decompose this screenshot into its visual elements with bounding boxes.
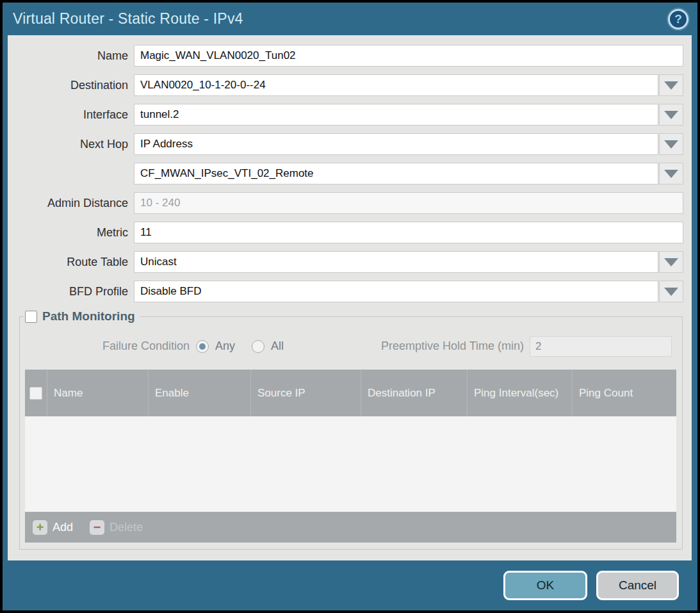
column-header-source-ip[interactable]: Source IP	[251, 370, 361, 416]
select-all-cell	[25, 370, 47, 416]
all-option-label: All	[271, 339, 284, 353]
column-header-ping-count[interactable]: Ping Count	[573, 370, 676, 416]
name-input[interactable]	[134, 45, 683, 67]
table-footer-bar: + Add − Delete	[25, 512, 676, 543]
any-option-label: Any	[215, 339, 235, 353]
bfd-profile-dropdown-button[interactable]	[659, 281, 683, 302]
failure-condition-options: Any All	[196, 339, 284, 353]
route-table-dropdown-button[interactable]	[659, 251, 683, 273]
static-route-dialog: Virtual Router - Static Route - IPv4 ? N…	[3, 3, 697, 610]
interface-input[interactable]	[134, 104, 658, 126]
next-hop-type-dropdown-button[interactable]	[659, 133, 683, 155]
chevron-down-icon	[664, 140, 678, 149]
name-label: Name	[8, 49, 134, 63]
next-hop-address-row	[8, 163, 683, 184]
table-header-row: Name Enable Source IP Destination IP Pin…	[25, 370, 676, 416]
destination-label: Destination	[8, 79, 134, 92]
interface-dropdown-button[interactable]	[659, 104, 683, 126]
chevron-down-icon	[664, 288, 678, 296]
bfd-profile-row: BFD Profile	[8, 281, 683, 302]
dialog-content: Name Destination Interface	[8, 35, 692, 560]
preemptive-hold-time-group: Preemptive Hold Time (min)	[381, 336, 672, 357]
delete-button[interactable]: − Delete	[90, 520, 143, 535]
path-monitoring-checkbox[interactable]	[25, 311, 37, 323]
route-table-label: Route Table	[8, 256, 134, 269]
failure-condition-all-option[interactable]: All	[252, 339, 284, 353]
next-hop-label: Next Hop	[8, 138, 134, 151]
column-header-destination-ip[interactable]: Destination IP	[361, 370, 468, 416]
metric-label: Metric	[8, 226, 134, 240]
next-hop-type-input[interactable]	[134, 133, 658, 155]
destination-row: Destination	[8, 74, 683, 96]
cancel-button[interactable]: Cancel	[596, 571, 679, 600]
failure-condition-label: Failure Condition	[20, 339, 196, 353]
next-hop-address-dropdown-button[interactable]	[659, 163, 683, 184]
chevron-down-icon	[664, 81, 678, 90]
select-all-checkbox[interactable]	[29, 387, 42, 400]
dialog-titlebar: Virtual Router - Static Route - IPv4 ?	[3, 3, 697, 35]
chevron-down-icon	[664, 258, 678, 266]
add-button-label: Add	[53, 521, 73, 534]
next-hop-row: Next Hop	[8, 133, 683, 155]
path-monitoring-title: Path Monitoring	[42, 309, 135, 323]
metric-row: Metric	[8, 222, 683, 243]
destination-dropdown-button[interactable]	[659, 74, 683, 96]
name-row: Name	[8, 45, 683, 67]
help-icon[interactable]: ?	[668, 9, 688, 29]
delete-button-label: Delete	[110, 521, 143, 534]
chevron-down-icon	[664, 111, 678, 119]
path-monitoring-section: Path Monitoring Failure Condition Any Al…	[19, 316, 683, 550]
admin-distance-input[interactable]	[134, 192, 683, 214]
route-table-row: Route Table	[8, 251, 683, 273]
path-monitoring-table: Name Enable Source IP Destination IP Pin…	[25, 370, 676, 543]
minus-icon: −	[90, 520, 104, 535]
column-header-enable[interactable]: Enable	[149, 370, 251, 416]
admin-distance-row: Admin Distance	[8, 192, 683, 214]
dialog-title: Virtual Router - Static Route - IPv4	[13, 10, 243, 28]
radio-selected-icon	[196, 340, 209, 353]
failure-condition-any-option[interactable]: Any	[196, 339, 235, 353]
preemptive-hold-time-label: Preemptive Hold Time (min)	[381, 339, 530, 353]
failure-condition-row: Failure Condition Any All Preemptive Hol…	[20, 336, 672, 357]
admin-distance-label: Admin Distance	[8, 197, 134, 210]
ok-button[interactable]: OK	[503, 571, 587, 600]
destination-input[interactable]	[134, 74, 658, 96]
interface-row: Interface	[8, 104, 683, 126]
radio-unselected-icon	[252, 340, 265, 353]
add-button[interactable]: + Add	[33, 520, 73, 535]
interface-label: Interface	[8, 108, 134, 122]
column-header-ping-interval[interactable]: Ping Interval(sec)	[468, 370, 573, 416]
preemptive-hold-time-input[interactable]	[530, 336, 672, 357]
bfd-profile-input[interactable]	[134, 281, 658, 302]
bfd-profile-label: BFD Profile	[8, 285, 134, 298]
dialog-footer: OK Cancel	[3, 560, 697, 610]
plus-icon: +	[33, 520, 47, 535]
path-monitoring-legend: Path Monitoring	[24, 309, 140, 323]
table-body-empty	[25, 416, 676, 512]
help-glyph: ?	[674, 12, 682, 26]
next-hop-address-input[interactable]	[134, 163, 658, 184]
metric-input[interactable]	[134, 222, 683, 243]
column-header-name[interactable]: Name	[47, 370, 149, 416]
route-table-input[interactable]	[134, 251, 658, 273]
chevron-down-icon	[664, 170, 678, 178]
